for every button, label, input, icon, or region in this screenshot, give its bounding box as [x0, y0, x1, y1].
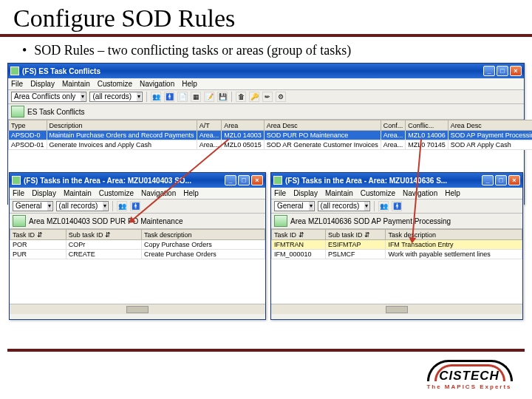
titlebar-main[interactable]: (FS) ES Task Conflicts _ □ ×	[8, 64, 524, 78]
h-scrollbar[interactable]	[10, 304, 265, 314]
filter1-dropdown[interactable]: General	[13, 201, 53, 211]
people-icon[interactable]: 👥	[117, 201, 127, 211]
logo-arc-icon	[421, 355, 517, 378]
menu-file[interactable]: File	[11, 80, 23, 88]
minimize-button[interactable]: _	[225, 175, 236, 185]
col-taskid[interactable]: Task ID ⇵	[272, 230, 326, 240]
trash-icon[interactable]: 🗑	[236, 92, 246, 102]
toolbar-right: General (all records) 👥 🚹	[271, 200, 522, 214]
menu-display[interactable]: Display	[30, 80, 55, 88]
table-row[interactable]: APSOD-0 Maintain Purchase Orders and Rec…	[9, 131, 533, 140]
key-icon[interactable]: 🔑	[249, 92, 259, 102]
header-label-right: Area MZL0140636 SOD AP Payment Processin…	[271, 214, 522, 229]
menu-file[interactable]: File	[13, 189, 24, 197]
app-icon	[273, 176, 282, 185]
app-icon	[12, 176, 21, 185]
minimize-button[interactable]: _	[482, 175, 494, 185]
header-label-text: Area MZL0140403 SOD PUR PO Maintenance	[29, 217, 183, 225]
menu-help[interactable]: Help	[182, 80, 197, 88]
col-taskdesc[interactable]: Task description	[386, 230, 522, 240]
cell: SOD AP Payment Processing	[448, 131, 532, 140]
menu-maintain[interactable]: Maintain	[64, 189, 92, 197]
logo-tagline: The MAPICS Experts	[421, 383, 517, 390]
titlebar-right[interactable]: (FS) Tasks in the Area - Area: MZU014063…	[271, 173, 522, 188]
menu-maintain[interactable]: Maintain	[325, 189, 353, 197]
window-title: (FS) Tasks in the Area - Area: MZU014040…	[24, 177, 191, 185]
col-subtask[interactable]: Sub task ID ⇵	[326, 230, 386, 240]
task-grid-right[interactable]: Task ID ⇵ Sub task ID ⇵ Task description…	[271, 229, 522, 259]
person-icon[interactable]: 🚹	[392, 201, 402, 211]
filter2-dropdown[interactable]: (all records)	[56, 201, 109, 211]
close-button[interactable]: ×	[251, 175, 263, 185]
menu-customize[interactable]: Customize	[361, 189, 395, 197]
pencil-icon[interactable]: ✏	[262, 92, 273, 102]
grid-icon[interactable]: ▦	[191, 92, 201, 102]
person-icon[interactable]: 🚹	[130, 201, 140, 211]
minimize-button[interactable]: _	[483, 66, 495, 76]
maximize-button[interactable]: □	[497, 66, 508, 76]
menu-help[interactable]: Help	[183, 189, 199, 197]
cell: APSOD-01	[9, 140, 47, 150]
table-row[interactable]: POR COPr Copy Purchase Orders	[10, 240, 265, 250]
filter2-dropdown[interactable]: (all records)	[318, 201, 371, 211]
people-icon[interactable]: 👥	[151, 92, 161, 102]
col-taskid[interactable]: Task ID ⇵	[10, 230, 66, 240]
cell: PUR	[10, 250, 66, 259]
h-scrollbar[interactable]	[271, 304, 522, 314]
filter2-dropdown[interactable]: (all records)	[89, 92, 143, 102]
table-row[interactable]: PUR CREATE Create Purchase Orders	[10, 250, 265, 259]
filter1-dropdown[interactable]: General	[274, 201, 315, 211]
task-grid-left[interactable]: Task ID ⇵ Sub task ID ⇵ Task description…	[10, 229, 265, 259]
menu-navigation[interactable]: Navigation	[140, 80, 174, 88]
conflict-icon	[11, 106, 24, 117]
col-area1[interactable]: Area	[222, 120, 265, 131]
table-row[interactable]: APSOD-01 Generate Invoices and Apply Cas…	[9, 140, 533, 150]
menu-file[interactable]: File	[274, 189, 286, 197]
cell: COPr	[66, 240, 141, 250]
cell: MZL0 14006	[406, 131, 449, 140]
conflict-grid[interactable]: Type Description A/T Area Area Desc Conf…	[8, 120, 532, 150]
close-button[interactable]: ×	[508, 175, 520, 185]
cell: IFMTRAN	[272, 240, 326, 250]
note-icon[interactable]: 📝	[204, 92, 214, 102]
menu-customize[interactable]: Customize	[99, 189, 134, 197]
col-areadesc1[interactable]: Area Desc	[264, 120, 381, 131]
menubar-main[interactable]: File Display Maintain Customize Navigati…	[8, 78, 524, 90]
titlebar-left[interactable]: (FS) Tasks in the Area - Area: MZU014040…	[10, 173, 265, 188]
header-label-text: ES Task Conflicts	[27, 108, 85, 116]
col-taskdesc[interactable]: Task description	[142, 230, 265, 240]
menubar-right[interactable]: File Display Maintain Customize Navigati…	[271, 188, 522, 200]
people-icon[interactable]: 👥	[378, 201, 389, 211]
footer-divider	[7, 349, 525, 352]
menu-help[interactable]: Help	[445, 189, 460, 197]
col-desc[interactable]: Description	[47, 120, 197, 131]
maximize-button[interactable]: □	[495, 175, 507, 185]
col-type[interactable]: Type	[9, 120, 47, 131]
maximize-button[interactable]: □	[238, 175, 250, 185]
doc-icon[interactable]: 📄	[177, 92, 188, 102]
menu-navigation[interactable]: Navigation	[403, 189, 437, 197]
menu-customize[interactable]: Customize	[98, 80, 132, 88]
save-icon[interactable]: 💾	[217, 92, 228, 102]
app-icon	[10, 66, 19, 75]
sort-icon: ⇵	[37, 231, 43, 239]
col-confid[interactable]: Conflic...	[406, 120, 449, 131]
person-icon[interactable]: 🚹	[164, 92, 174, 102]
col-subtask[interactable]: Sub task ID ⇵	[66, 230, 141, 240]
col-areadesc2[interactable]: Area Desc	[448, 120, 532, 131]
table-row[interactable]: IFM_000010 PSLMCF Work with payable sett…	[272, 250, 522, 259]
menu-maintain[interactable]: Maintain	[62, 80, 90, 88]
header-label-text: Area MZL0140636 SOD AP Payment Processin…	[290, 217, 451, 225]
close-button[interactable]: ×	[510, 66, 522, 76]
menubar-left[interactable]: File Display Maintain Customize Navigati…	[10, 188, 265, 200]
gear-icon[interactable]: ⚙	[276, 92, 286, 102]
sort-icon: ⇵	[364, 231, 370, 239]
table-row[interactable]: IFMTRAN ESIFMTAP IFM Transaction Entry	[272, 240, 522, 250]
cell: Create Purchase Orders	[142, 250, 265, 259]
menu-display[interactable]: Display	[293, 189, 318, 197]
cell: CREATE	[66, 250, 141, 259]
filter1-dropdown[interactable]: Area Conflicts only	[11, 92, 86, 102]
menu-display[interactable]: Display	[32, 189, 56, 197]
col-conf[interactable]: Conf...	[381, 120, 406, 131]
col-at[interactable]: A/T	[197, 120, 222, 131]
